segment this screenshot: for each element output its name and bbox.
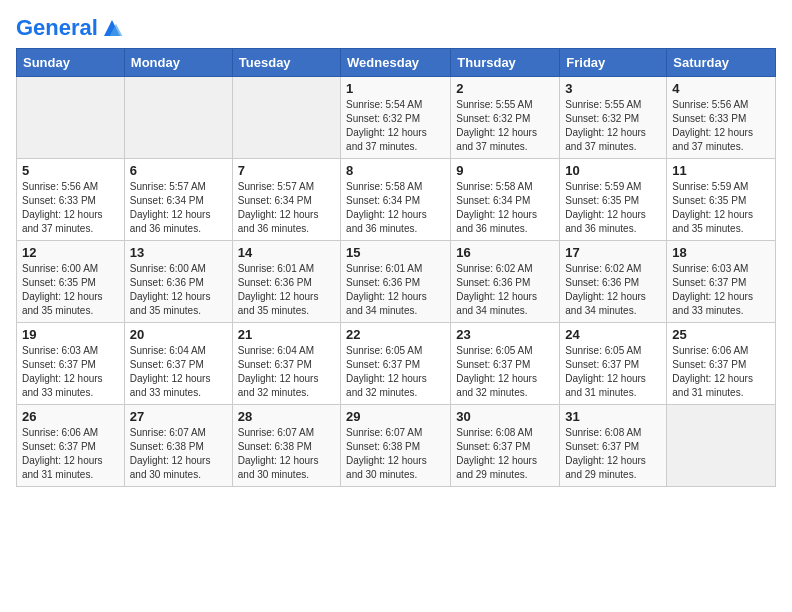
day-info: Sunrise: 6:06 AMSunset: 6:37 PMDaylight:…	[672, 344, 770, 400]
page: General Sunday Monday Tuesday Wednes	[0, 0, 792, 503]
col-saturday: Saturday	[667, 49, 776, 77]
day-number: 24	[565, 327, 661, 342]
day-info: Sunrise: 5:58 AMSunset: 6:34 PMDaylight:…	[346, 180, 445, 236]
col-sunday: Sunday	[17, 49, 125, 77]
day-number: 12	[22, 245, 119, 260]
day-info: Sunrise: 6:05 AMSunset: 6:37 PMDaylight:…	[346, 344, 445, 400]
day-number: 30	[456, 409, 554, 424]
table-row: 12Sunrise: 6:00 AMSunset: 6:35 PMDayligh…	[17, 241, 125, 323]
col-tuesday: Tuesday	[232, 49, 340, 77]
day-number: 14	[238, 245, 335, 260]
day-number: 6	[130, 163, 227, 178]
day-info: Sunrise: 6:00 AMSunset: 6:36 PMDaylight:…	[130, 262, 227, 318]
day-number: 21	[238, 327, 335, 342]
table-row	[17, 77, 125, 159]
day-info: Sunrise: 6:08 AMSunset: 6:37 PMDaylight:…	[565, 426, 661, 482]
table-row: 17Sunrise: 6:02 AMSunset: 6:36 PMDayligh…	[560, 241, 667, 323]
calendar-week-row: 19Sunrise: 6:03 AMSunset: 6:37 PMDayligh…	[17, 323, 776, 405]
day-number: 19	[22, 327, 119, 342]
table-row: 13Sunrise: 6:00 AMSunset: 6:36 PMDayligh…	[124, 241, 232, 323]
logo: General	[16, 16, 124, 36]
day-info: Sunrise: 6:01 AMSunset: 6:36 PMDaylight:…	[346, 262, 445, 318]
day-number: 22	[346, 327, 445, 342]
table-row: 4Sunrise: 5:56 AMSunset: 6:33 PMDaylight…	[667, 77, 776, 159]
table-row: 7Sunrise: 5:57 AMSunset: 6:34 PMDaylight…	[232, 159, 340, 241]
day-number: 18	[672, 245, 770, 260]
table-row: 21Sunrise: 6:04 AMSunset: 6:37 PMDayligh…	[232, 323, 340, 405]
table-row: 18Sunrise: 6:03 AMSunset: 6:37 PMDayligh…	[667, 241, 776, 323]
day-number: 5	[22, 163, 119, 178]
table-row: 3Sunrise: 5:55 AMSunset: 6:32 PMDaylight…	[560, 77, 667, 159]
table-row: 23Sunrise: 6:05 AMSunset: 6:37 PMDayligh…	[451, 323, 560, 405]
day-info: Sunrise: 5:58 AMSunset: 6:34 PMDaylight:…	[456, 180, 554, 236]
day-info: Sunrise: 6:06 AMSunset: 6:37 PMDaylight:…	[22, 426, 119, 482]
table-row: 1Sunrise: 5:54 AMSunset: 6:32 PMDaylight…	[341, 77, 451, 159]
table-row: 30Sunrise: 6:08 AMSunset: 6:37 PMDayligh…	[451, 405, 560, 487]
table-row	[124, 77, 232, 159]
table-row: 10Sunrise: 5:59 AMSunset: 6:35 PMDayligh…	[560, 159, 667, 241]
table-row: 11Sunrise: 5:59 AMSunset: 6:35 PMDayligh…	[667, 159, 776, 241]
table-row: 20Sunrise: 6:04 AMSunset: 6:37 PMDayligh…	[124, 323, 232, 405]
day-info: Sunrise: 5:55 AMSunset: 6:32 PMDaylight:…	[456, 98, 554, 154]
day-number: 29	[346, 409, 445, 424]
day-info: Sunrise: 6:02 AMSunset: 6:36 PMDaylight:…	[456, 262, 554, 318]
day-info: Sunrise: 6:07 AMSunset: 6:38 PMDaylight:…	[238, 426, 335, 482]
table-row: 15Sunrise: 6:01 AMSunset: 6:36 PMDayligh…	[341, 241, 451, 323]
day-info: Sunrise: 6:04 AMSunset: 6:37 PMDaylight:…	[238, 344, 335, 400]
table-row: 25Sunrise: 6:06 AMSunset: 6:37 PMDayligh…	[667, 323, 776, 405]
day-number: 26	[22, 409, 119, 424]
day-number: 13	[130, 245, 227, 260]
day-info: Sunrise: 5:57 AMSunset: 6:34 PMDaylight:…	[238, 180, 335, 236]
table-row	[667, 405, 776, 487]
table-row: 6Sunrise: 5:57 AMSunset: 6:34 PMDaylight…	[124, 159, 232, 241]
day-info: Sunrise: 6:02 AMSunset: 6:36 PMDaylight:…	[565, 262, 661, 318]
day-number: 9	[456, 163, 554, 178]
day-info: Sunrise: 6:07 AMSunset: 6:38 PMDaylight:…	[346, 426, 445, 482]
table-row: 22Sunrise: 6:05 AMSunset: 6:37 PMDayligh…	[341, 323, 451, 405]
table-row: 5Sunrise: 5:56 AMSunset: 6:33 PMDaylight…	[17, 159, 125, 241]
day-info: Sunrise: 6:04 AMSunset: 6:37 PMDaylight:…	[130, 344, 227, 400]
calendar-body: 1Sunrise: 5:54 AMSunset: 6:32 PMDaylight…	[17, 77, 776, 487]
table-row: 16Sunrise: 6:02 AMSunset: 6:36 PMDayligh…	[451, 241, 560, 323]
day-info: Sunrise: 5:57 AMSunset: 6:34 PMDaylight:…	[130, 180, 227, 236]
logo-icon	[100, 16, 124, 40]
day-number: 20	[130, 327, 227, 342]
table-row: 24Sunrise: 6:05 AMSunset: 6:37 PMDayligh…	[560, 323, 667, 405]
day-number: 25	[672, 327, 770, 342]
calendar-week-row: 26Sunrise: 6:06 AMSunset: 6:37 PMDayligh…	[17, 405, 776, 487]
day-info: Sunrise: 6:08 AMSunset: 6:37 PMDaylight:…	[456, 426, 554, 482]
day-info: Sunrise: 5:59 AMSunset: 6:35 PMDaylight:…	[565, 180, 661, 236]
table-row: 9Sunrise: 5:58 AMSunset: 6:34 PMDaylight…	[451, 159, 560, 241]
day-number: 10	[565, 163, 661, 178]
day-number: 7	[238, 163, 335, 178]
header: General	[16, 16, 776, 36]
day-info: Sunrise: 6:00 AMSunset: 6:35 PMDaylight:…	[22, 262, 119, 318]
day-number: 17	[565, 245, 661, 260]
col-wednesday: Wednesday	[341, 49, 451, 77]
day-info: Sunrise: 6:03 AMSunset: 6:37 PMDaylight:…	[22, 344, 119, 400]
calendar-week-row: 12Sunrise: 6:00 AMSunset: 6:35 PMDayligh…	[17, 241, 776, 323]
table-row: 14Sunrise: 6:01 AMSunset: 6:36 PMDayligh…	[232, 241, 340, 323]
table-row	[232, 77, 340, 159]
day-info: Sunrise: 6:03 AMSunset: 6:37 PMDaylight:…	[672, 262, 770, 318]
day-number: 8	[346, 163, 445, 178]
day-number: 27	[130, 409, 227, 424]
table-row: 28Sunrise: 6:07 AMSunset: 6:38 PMDayligh…	[232, 405, 340, 487]
day-number: 2	[456, 81, 554, 96]
day-number: 1	[346, 81, 445, 96]
col-friday: Friday	[560, 49, 667, 77]
logo-text: General	[16, 16, 98, 40]
table-row: 27Sunrise: 6:07 AMSunset: 6:38 PMDayligh…	[124, 405, 232, 487]
col-monday: Monday	[124, 49, 232, 77]
day-info: Sunrise: 6:05 AMSunset: 6:37 PMDaylight:…	[456, 344, 554, 400]
day-info: Sunrise: 5:54 AMSunset: 6:32 PMDaylight:…	[346, 98, 445, 154]
table-row: 2Sunrise: 5:55 AMSunset: 6:32 PMDaylight…	[451, 77, 560, 159]
day-number: 16	[456, 245, 554, 260]
col-thursday: Thursday	[451, 49, 560, 77]
table-row: 31Sunrise: 6:08 AMSunset: 6:37 PMDayligh…	[560, 405, 667, 487]
day-info: Sunrise: 5:55 AMSunset: 6:32 PMDaylight:…	[565, 98, 661, 154]
calendar-week-row: 5Sunrise: 5:56 AMSunset: 6:33 PMDaylight…	[17, 159, 776, 241]
day-number: 31	[565, 409, 661, 424]
table-row: 8Sunrise: 5:58 AMSunset: 6:34 PMDaylight…	[341, 159, 451, 241]
day-info: Sunrise: 5:59 AMSunset: 6:35 PMDaylight:…	[672, 180, 770, 236]
